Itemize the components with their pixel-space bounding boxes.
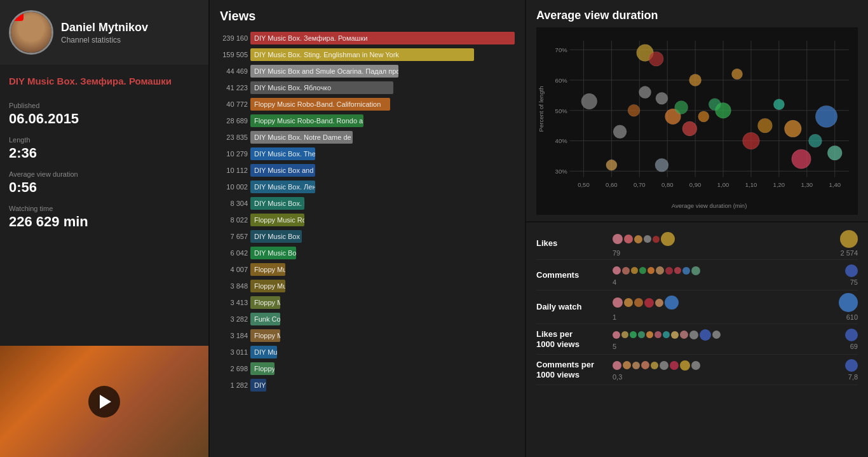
svg-point-43 [698, 111, 709, 122]
svg-point-48 [757, 118, 772, 133]
bubble [665, 267, 673, 275]
bar-row[interactable]: 8 304DIY Music Box. Mecano. Hijo de la L… [210, 195, 525, 212]
metric-content: 0,37,8 [613, 359, 858, 381]
bar-fill: Floppy Music Robo-Band. Victory March [250, 329, 280, 342]
bubble [631, 267, 638, 274]
svg-point-40 [675, 101, 688, 114]
bar-container: DIY Music Box. Notre Dame de Paris. Le t… [250, 131, 520, 144]
metric-row: Daily watch1610 [536, 290, 858, 324]
metric-max-value: 69 [850, 343, 858, 350]
bar-row[interactable]: 3 848Floppy Music Robo-Band. Macarena (c… [210, 278, 525, 294]
bar-container: DIY Music Box. Ленинград. WWW (cover) [250, 181, 520, 193]
bubble [613, 361, 621, 370]
svg-point-45 [715, 102, 731, 118]
bar-row[interactable]: 1 282DIY Music Box. Dido. Thank You [210, 377, 525, 393]
svg-text:1,40: 1,40 [829, 181, 841, 188]
bar-count: 159 505 [215, 51, 248, 58]
bar-row[interactable]: 6 042DIY Music Box. Jesus Christ Superst… [210, 245, 525, 261]
bubble [632, 362, 640, 369]
max-bubble-spacer [845, 264, 858, 277]
video-thumbnail[interactable] [0, 346, 208, 457]
bar-fill: Floppy Music Robo-Band. Californication [250, 98, 390, 111]
metric-max-value: 610 [846, 313, 858, 321]
bar-row[interactable]: 41 223DIY Music Box. Яблочко [210, 79, 525, 96]
bubble [656, 266, 664, 275]
bar-fill: Funk Cover of Herbie Hancock's Chameleon… [250, 313, 280, 325]
svg-text:Average view duration (min): Average view duration (min) [672, 202, 747, 209]
stats-block: Published 06.06.2015 Length 2:36 Average… [0, 93, 208, 230]
chart-section: Average view duration 0,500,600,700,800,… [526, 0, 868, 221]
bar-row[interactable]: 239 160DIY Music Box. Земфира. Ромашки [210, 30, 525, 46]
bubble [624, 235, 633, 243]
bar-fill: Floppy Music Robo-Band. Rondo alla Turca… [250, 114, 363, 127]
bar-container: Floppy Music Mega Robo-Band. Victory Mar… [250, 263, 520, 276]
svg-point-42 [689, 74, 702, 86]
bar-container: Floppy Music Robo-Band. Californication [250, 98, 520, 111]
bar-container: DIY Music Box. Яблочко [250, 81, 520, 94]
bubbles-row [613, 293, 858, 312]
metric-row: Likes792 574 [536, 228, 858, 260]
metric-label: Comments [536, 270, 613, 280]
bubble [660, 361, 668, 370]
bar-row[interactable]: 23 835DIY Music Box. Notre Dame de Paris… [210, 129, 525, 146]
bar-row[interactable]: 40 772Floppy Music Robo-Band. Californic… [210, 96, 525, 113]
metric-max-value: 75 [850, 278, 858, 286]
bar-fill: DIY Music Box. Mecano. Hijo de la Luna [250, 197, 304, 210]
bubble [644, 298, 654, 308]
svg-text:50%: 50% [555, 107, 568, 114]
bar-row[interactable]: 7 657DIY Music Box and Robo-band. Seal. … [210, 228, 525, 245]
bubble [653, 236, 660, 243]
bubble [634, 235, 642, 243]
bar-container: Floppy Music Robo-Band. Axel F [250, 296, 520, 309]
svg-point-33 [649, 51, 663, 66]
bar-row[interactable]: 3 282Funk Cover of Herbie Hancock's Cham… [210, 311, 525, 327]
bar-container: DIY Music Box. Mecano. Hijo de la Luna [250, 197, 520, 210]
bubble [655, 299, 663, 307]
play-button[interactable] [88, 386, 120, 418]
chart-area: 0,500,600,700,800,901,001,101,201,301,40… [536, 27, 858, 215]
svg-text:0,60: 0,60 [606, 181, 618, 188]
bar-row[interactable]: 10 112DIY Music Box and Smule Ocarina. E… [210, 162, 525, 179]
bubble [613, 331, 620, 339]
bar-count: 7 657 [215, 233, 248, 240]
bar-fill: DIY Music Box. Ленинград. WWW (cover) [250, 181, 315, 193]
youtube-play-icon: ▶ [15, 13, 18, 19]
video-title: DIY Music Box. Земфира. Ромашки [0, 65, 208, 93]
bar-row[interactable]: 3 011DIY Music Box. Визбор. Милая моя [210, 344, 525, 360]
bubbles-row [613, 230, 858, 248]
metric-row: Comments per 1000 views0,37,8 [536, 355, 858, 385]
bar-row[interactable]: 3 413Floppy Music Robo-Band. Axel F [210, 294, 525, 311]
svg-point-41 [682, 121, 697, 136]
metric-row: Likes per 1000 views569 [536, 324, 858, 355]
metric-label: Likes [536, 238, 613, 249]
bubble [622, 267, 630, 275]
bar-row[interactable]: 44 469DIY Music Box and Smule Ocarina. П… [210, 63, 525, 79]
svg-point-36 [628, 104, 640, 116]
bubble [651, 362, 658, 369]
bar-row[interactable]: 4 007Floppy Music Mega Robo-Band. Victor… [210, 261, 525, 278]
vals-row: 792 574 [613, 249, 858, 257]
svg-point-38 [656, 92, 668, 104]
play-icon [100, 395, 111, 409]
svg-point-51 [792, 149, 811, 169]
svg-point-55 [606, 160, 617, 170]
max-bubble [845, 329, 858, 341]
bar-row[interactable]: 10 002DIY Music Box. Ленинград. WWW (cov… [210, 179, 525, 195]
bar-row[interactable]: 159 505DIY Music Box. Sting. Englishman … [210, 46, 525, 63]
bar-row[interactable]: 28 689Floppy Music Robo-Band. Rondo alla… [210, 113, 525, 129]
metric-label: Daily watch [536, 302, 613, 312]
bubble [630, 331, 637, 338]
vals-row: 1610 [613, 313, 858, 321]
bar-count: 1 282 [215, 381, 248, 389]
bar-row[interactable]: 10 279DIY Music Box. The Beatles. Michel… [210, 146, 525, 162]
metric-min-value: 0,3 [613, 373, 622, 381]
bubbles-row [613, 359, 858, 372]
bar-row[interactable]: 2 698Floppy Music Robo-Band. Since you'v… [210, 360, 525, 377]
svg-text:40%: 40% [555, 137, 568, 144]
bar-row[interactable]: 8 022Floppy Music Robo-Band. Роберт Амир… [210, 212, 525, 228]
bar-fill: Floppy Music Robo-Band. Роберт Амирханян… [250, 214, 304, 226]
bar-count: 44 469 [215, 67, 248, 75]
bar-row[interactable]: 3 184Floppy Music Robo-Band. Victory Mar… [210, 327, 525, 344]
svg-point-37 [639, 86, 651, 99]
views-title: Views [210, 6, 525, 30]
